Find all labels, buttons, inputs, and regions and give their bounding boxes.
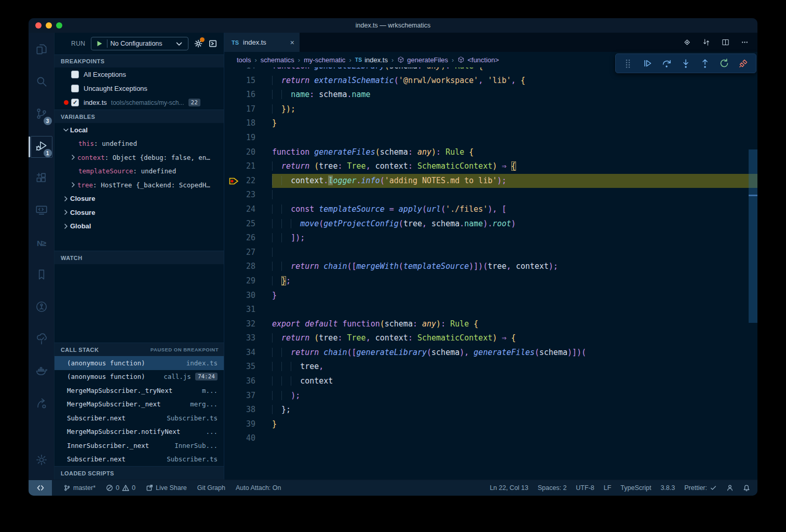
call-stack-frame[interactable]: Subscriber.nextSubscriber.ts	[55, 411, 224, 425]
activity-explorer[interactable]	[30, 37, 53, 64]
section-breakpoints[interactable]: BREAKPOINTS	[55, 54, 224, 67]
breakpoint-item[interactable]: Uncaught Exceptions	[55, 81, 224, 96]
breadcrumb-item[interactable]: schematics	[261, 56, 294, 64]
line-number-gutter[interactable]: 17	[224, 102, 265, 117]
activity-testing[interactable]	[30, 326, 53, 353]
activity-extensions[interactable]	[30, 166, 53, 193]
code-line[interactable]: 34 return chain([generateLibrary(schema)…	[224, 346, 757, 360]
line-number-gutter[interactable]: 40	[224, 431, 265, 446]
variable-scope-row[interactable]: Closure	[55, 206, 224, 220]
open-changes-button[interactable]	[683, 38, 692, 47]
breakpoint-item[interactable]: All Exceptions	[55, 67, 224, 81]
launch-configuration-dropdown[interactable]: No Configurations	[91, 37, 189, 50]
activity-project-manager[interactable]	[30, 391, 53, 418]
status-spaces-2[interactable]: Spaces: 2	[538, 484, 567, 492]
status-utf-8[interactable]: UTF-8	[576, 484, 594, 492]
line-number-gutter[interactable]: 31	[224, 303, 265, 317]
line-number-gutter[interactable]: 29	[224, 274, 265, 289]
code-line[interactable]: 30}	[224, 289, 757, 303]
code-line[interactable]: 21 return (tree: Tree, context: Schemati…	[224, 159, 757, 174]
breadcrumb-item[interactable]: TSindex.ts	[355, 56, 388, 64]
variable-row[interactable]: templateSource: undefined	[55, 165, 224, 179]
code-line[interactable]: 27	[224, 245, 757, 260]
step-into-button[interactable]	[681, 58, 691, 69]
activity-remote-explorer[interactable]	[30, 198, 53, 225]
code-line[interactable]: 39}	[224, 417, 757, 432]
status-0[interactable]: 00	[106, 484, 135, 492]
code-line[interactable]: 24 const templateSource = apply(url('./f…	[224, 202, 757, 217]
code-line[interactable]: 16 name: schema.name	[224, 88, 757, 102]
code-editor[interactable]: 14function generateLibrary(schema: any):…	[224, 52, 757, 480]
start-debug-icon[interactable]	[94, 39, 104, 48]
status-git-graph[interactable]: Git Graph	[197, 484, 225, 492]
more-actions-button[interactable]	[740, 38, 749, 47]
code-line-current[interactable]: 22 context.logger.info('adding NOTES.md …	[224, 174, 757, 188]
code-line[interactable]: 33 return (tree: Tree, context: Schemati…	[224, 331, 757, 346]
code-line[interactable]: 38 };	[224, 403, 757, 417]
code-line[interactable]: 31	[224, 303, 757, 317]
code-line[interactable]: 32export default function(schema: any): …	[224, 317, 757, 332]
code-line[interactable]: 37 );	[224, 389, 757, 403]
variable-scope-row[interactable]: Global	[55, 220, 224, 234]
line-number-gutter[interactable]: 37	[224, 389, 265, 403]
breadcrumb-item[interactable]: <function>	[457, 56, 499, 64]
line-number-gutter[interactable]: 16	[224, 88, 265, 102]
code-line[interactable]: 35 tree,	[224, 360, 757, 374]
line-number-gutter[interactable]: 38	[224, 403, 265, 417]
activity-nx-console[interactable]: N≥	[30, 230, 53, 257]
breadcrumb-item[interactable]: tools	[237, 56, 251, 64]
activity-git-history[interactable]	[30, 294, 53, 321]
call-stack-frame[interactable]: MergeMapSubscriber.notifyNext...	[55, 425, 224, 439]
code-line[interactable]: 36 context	[224, 374, 757, 389]
call-stack-frame[interactable]: MergeMapSubscriber._tryNextm...	[55, 384, 224, 398]
line-number-gutter[interactable]: 25	[224, 217, 265, 231]
status-auto-attach-on[interactable]: Auto Attach: On	[236, 484, 281, 492]
line-number-gutter[interactable]: 23	[224, 188, 265, 202]
line-number-gutter[interactable]: 39	[224, 417, 265, 432]
code-line[interactable]: 40	[224, 431, 757, 446]
call-stack-frame[interactable]: MergeMapSubscriber._nextmerg...	[55, 398, 224, 412]
status-typescript[interactable]: TypeScript	[620, 484, 651, 492]
status-3-8-3[interactable]: 3.8.3	[660, 484, 675, 492]
breakpoint-checkbox[interactable]: ✓	[71, 99, 79, 106]
activity-settings[interactable]	[30, 447, 53, 474]
breakpoint-item[interactable]: ✓index.tstools/schematics/my-sch...22	[55, 96, 224, 110]
line-number-gutter[interactable]: 35	[224, 360, 265, 374]
activity-bookmarks[interactable]	[30, 262, 53, 289]
line-number-gutter[interactable]: 24	[224, 202, 265, 217]
switch-editors-button[interactable]	[702, 38, 711, 47]
status-lf[interactable]: LF	[604, 484, 612, 492]
code-line[interactable]: 23	[224, 188, 757, 202]
step-over-button[interactable]	[661, 58, 672, 69]
status-master[interactable]: master*	[63, 484, 96, 492]
status-live-share[interactable]: Live Share	[146, 484, 187, 492]
drag-handle-button[interactable]	[623, 58, 633, 69]
tab-index-ts[interactable]: TS index.ts ×	[224, 33, 300, 52]
remote-indicator-button[interactable]	[29, 480, 52, 496]
section-variables[interactable]: VARIABLES	[55, 110, 224, 123]
variable-scope-row[interactable]: Closure	[55, 192, 224, 206]
restart-button[interactable]	[719, 58, 729, 69]
call-stack-frame[interactable]: (anonymous function)call.js74:24	[55, 370, 224, 384]
line-number-gutter[interactable]: 36	[224, 374, 265, 389]
close-tab-icon[interactable]: ×	[290, 38, 294, 47]
breakpoint-checkbox[interactable]	[71, 71, 79, 78]
code-line[interactable]: 20function generateFiles(schema: any): R…	[224, 145, 757, 160]
line-number-gutter[interactable]: 34	[224, 346, 265, 360]
line-number-gutter[interactable]: 33	[224, 331, 265, 346]
code-line[interactable]: 25 move(getProjectConfig(tree, schema.na…	[224, 217, 757, 231]
status-ln-22-col-13[interactable]: Ln 22, Col 13	[490, 484, 528, 492]
code-line[interactable]: 17 });	[224, 102, 757, 117]
line-number-gutter[interactable]: 21	[224, 159, 265, 174]
variable-scope-row[interactable]: Local	[55, 123, 224, 137]
step-out-button[interactable]	[700, 58, 710, 69]
section-call-stack[interactable]: CALL STACKPAUSED ON BREAKPOINT	[55, 343, 224, 356]
code-line[interactable]: 29 };	[224, 274, 757, 289]
variable-row[interactable]: context: Object {debug: false, en…	[55, 151, 224, 165]
continue-button[interactable]	[642, 58, 653, 69]
breadcrumb-item[interactable]: my-schematic	[304, 56, 345, 64]
activity-source-control[interactable]: 3	[30, 101, 53, 128]
line-number-gutter[interactable]: 18	[224, 116, 265, 131]
line-number-gutter[interactable]: 28	[224, 260, 265, 274]
code-line[interactable]: 28 return chain([mergeWith(templateSourc…	[224, 260, 757, 274]
